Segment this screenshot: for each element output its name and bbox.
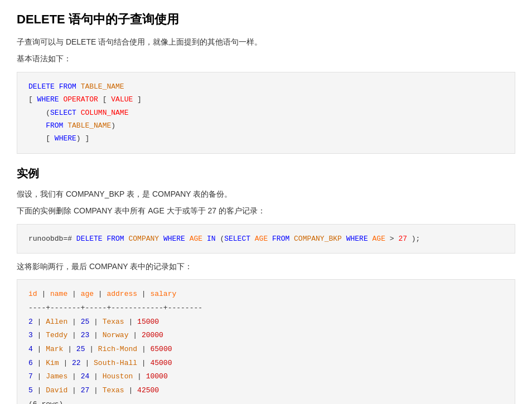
desc-text-2: 基本语法如下：	[17, 52, 515, 65]
table-row: 4 | Mark | 25 | Rich-Mond | 65000	[28, 343, 504, 357]
section-example-title: 实例	[17, 166, 515, 181]
desc-text-1: 子查询可以与 DELETE 语句结合使用，就像上面提到的其他语句一样。	[17, 36, 515, 48]
result-desc: 这将影响两行，最后 COMPANY 表中的记录如下：	[17, 260, 515, 272]
table-row: 2 | Allen | 25 | Texas | 15000	[28, 315, 504, 329]
table-row: 6 | Kim | 22 | South-Hall | 45000	[28, 357, 504, 371]
syntax-block: DELETE FROM TABLE_NAME [ WHERE OPERATOR …	[17, 72, 515, 154]
example-desc-2: 下面的实例删除 COMPANY 表中所有 AGE 大于或等于 27 的客户记录：	[17, 205, 515, 217]
table-footer: (6 rows)	[28, 398, 504, 404]
table-header: id | name | age | address | salary	[28, 288, 504, 301]
result-table-block: id | name | age | address | salary ----+…	[17, 279, 515, 404]
table-row: 3 | Teddy | 23 | Norway | 20000	[28, 329, 504, 343]
table-row: 5 | David | 27 | Texas | 42500	[28, 384, 504, 398]
example-desc-1: 假设，我们有 COMPANY_BKP 表，是 COMPANY 表的备份。	[17, 188, 515, 200]
sql-example-block: runoobdb=# DELETE FROM COMPANY WHERE AGE…	[17, 224, 515, 254]
table-separator: ----+-------+-----+------------+--------	[28, 301, 504, 315]
page-title: DELETE 语句中的子查询使用	[17, 11, 515, 28]
table-row: 7 | James | 24 | Houston | 10000	[28, 370, 504, 384]
